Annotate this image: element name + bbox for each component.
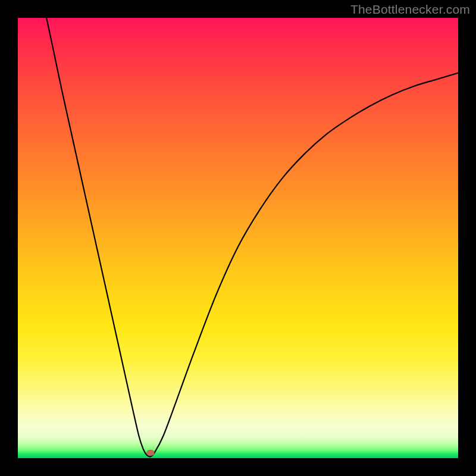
chart-frame: TheBottlenecker.com xyxy=(0,0,476,476)
bottleneck-curve xyxy=(18,18,458,458)
optimum-marker xyxy=(147,450,155,456)
watermark-text: TheBottlenecker.com xyxy=(350,2,470,17)
plot-area xyxy=(18,18,458,458)
